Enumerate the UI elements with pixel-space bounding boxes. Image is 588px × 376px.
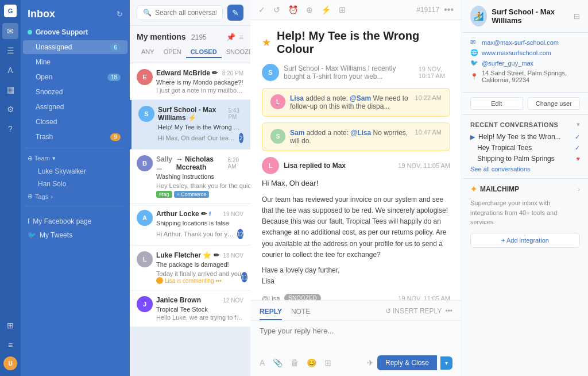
reports-nav-icon[interactable]: ▦ [2, 82, 18, 98]
inbox-nav-icon[interactable]: ✉ [2, 23, 18, 39]
recent-item-2[interactable]: Hey Tropical Tees ✓ [470, 144, 580, 152]
conv-content-6: Janice Brown 12 NOV Tropical Tee Stock H… [156, 296, 243, 321]
conv-item-1[interactable]: E Edward McBride ✏ 8:20 PM Where is my M… [130, 63, 250, 100]
contact-email[interactable]: max@max-surf-school.com [482, 39, 559, 46]
groove-support-item[interactable]: Groove Support [21, 25, 130, 40]
note-1: L Lisa added a note: @Sam We need to fol… [262, 88, 450, 117]
conv-toolbar: ✓ ↺ ⏰ ⊕ ⚡ ⊞ #19117 ••• [250, 0, 462, 20]
more-button[interactable]: ••• [444, 5, 454, 15]
see-all-link[interactable]: See all conversations [470, 166, 580, 172]
recent-item-1[interactable]: ▶ Help! My Tee is the Wron... ✓ [470, 133, 580, 141]
send-icon[interactable]: ✈ [367, 358, 374, 367]
reply-tab-note[interactable]: NOTE [291, 305, 310, 320]
refresh-icon[interactable]: ↻ [117, 10, 123, 18]
integration-chevron[interactable]: › [578, 186, 580, 193]
nav-item-unassigned[interactable]: Unassigned 6 [23, 40, 127, 54]
reply-tab-reply[interactable]: REPLY [260, 305, 282, 320]
change-user-button[interactable]: Change user [528, 97, 581, 110]
check-icon[interactable]: ✓ [258, 5, 265, 14]
nav-label-snoozed: Snoozed [36, 88, 63, 96]
reply-more[interactable]: ••• [445, 307, 452, 315]
help-nav-icon[interactable]: ? [2, 121, 18, 137]
nav-item-tweets[interactable]: 🐦 My Tweets [28, 228, 123, 242]
tags-label: Tags [35, 193, 48, 200]
grid-nav-icon[interactable]: ⊞ [2, 317, 18, 333]
attach-icon[interactable]: 📎 [273, 358, 283, 367]
nav-item-han[interactable]: Han Solo [21, 178, 130, 190]
note-1-text: Lisa added a note: @Sam We need to follo… [290, 94, 411, 110]
nav-divider-1 [25, 148, 125, 148]
insert-reply-btn[interactable]: ↺ INSERT REPLY [385, 307, 442, 315]
conv-preview-2: Hi Max, Oh dear! Our team has reviewed y… [158, 135, 239, 141]
conv-badge-2: 2 [239, 133, 243, 143]
orig-msg-time: 19 NOV, 10:17 AM [419, 66, 450, 79]
list-nav-icon[interactable]: ≡ [2, 337, 18, 353]
assign-icon[interactable]: ⊕ [306, 5, 313, 14]
nav-label-trash: Trash [36, 133, 53, 141]
right-panel: 🏄 Surf School - Max Williams ⊟ ✉ max@max… [462, 0, 588, 376]
conv-avatar-5: L [137, 251, 153, 267]
add-integration-button[interactable]: + Add integration [470, 233, 580, 248]
ticket-number: #19117 [416, 6, 439, 14]
nav-item-open[interactable]: Open 18 [23, 70, 127, 84]
nav-item-trash[interactable]: Trash 9 [23, 130, 127, 144]
clock-icon[interactable]: ⏰ [288, 5, 298, 14]
edit-button[interactable]: Edit [470, 97, 523, 110]
nav-item-luke[interactable]: Luke Skywalker [21, 165, 130, 178]
reply-close-button[interactable]: Reply & Close [377, 355, 437, 370]
contact-website[interactable]: www.maxsurfschool.com [482, 49, 551, 56]
conv-time-6: 12 NOV [223, 297, 243, 304]
nav-tags[interactable]: ⊕ Tags › [21, 190, 130, 202]
refresh-icon[interactable]: ↺ [273, 5, 280, 14]
users-nav-icon[interactable]: A [2, 62, 18, 78]
search-input[interactable] [155, 9, 216, 17]
conv-item-5[interactable]: L Luke Fletcher ⭐ ✏ 18 NOV The package i… [130, 245, 250, 290]
app-wrapper: Inbox ↻ Groove Support Unassigned 6 Mine… [21, 0, 588, 376]
list-view-icon[interactable]: ≡ [239, 33, 243, 41]
online-dot [28, 30, 32, 34]
filter-tab-any[interactable]: ANY [137, 47, 159, 58]
conv-tags-3: Hey Lesley, thank you for the quick rep.… [156, 182, 250, 198]
conv-item-5-wrap: L Luke Fletcher ⭐ ✏ 18 NOV The package i… [137, 251, 243, 284]
nav-label-closed: Closed [36, 118, 57, 126]
conv-avatar-3: B [137, 155, 153, 171]
nav-item-closed[interactable]: Closed [23, 115, 127, 129]
reply-sender: Lisa replied to Max [284, 162, 346, 170]
nav-item-facebook[interactable]: f My Facebook page [28, 214, 123, 228]
nav-item-mine[interactable]: Mine [23, 55, 127, 69]
contact-twitter-row: 🐦 @surfer_guy_max [470, 59, 580, 67]
nav-item-snoozed[interactable]: Snoozed [23, 85, 127, 99]
compose-button[interactable]: ✎ [227, 5, 243, 21]
reply-textarea[interactable] [260, 327, 452, 344]
app-logo[interactable]: G [4, 5, 17, 17]
star-icon[interactable]: ★ [262, 36, 271, 49]
filter-icon[interactable]: ⚡ [321, 5, 331, 14]
user-avatar[interactable]: U [3, 356, 17, 370]
contact-twitter[interactable]: @surfer_guy_max [482, 60, 533, 67]
conv-item-tags-3: #tag + Commerce [156, 191, 250, 198]
conv-header-5: Luke Fletcher ⭐ ✏ 18 NOV [156, 251, 243, 259]
format-text-icon[interactable]: A [260, 358, 265, 367]
recent-chevron[interactable]: ▾ [577, 121, 580, 128]
reply-close-dropdown[interactable]: ▾ [440, 356, 452, 370]
recent-item-3[interactable]: Shipping to Palm Springs ♥ [470, 155, 580, 163]
settings-nav-icon[interactable]: ⚙ [2, 101, 18, 117]
conv-item-6[interactable]: J Janice Brown 12 NOV Tropical Tee Stock… [130, 290, 250, 327]
tags-chevron: › [51, 193, 53, 200]
conv-item-4[interactable]: A Arthur Locke ✏ f 19 NOV Shipping locat… [130, 204, 250, 245]
pin-icon[interactable]: 📌 [226, 33, 235, 41]
apps-icon[interactable]: ⊞ [339, 5, 346, 14]
filter-tab-closed[interactable]: CLOSED [186, 47, 222, 58]
table-icon[interactable]: ⊞ [324, 358, 331, 367]
conv-item-2[interactable]: S Surf School - Max Williams ⚡ 5:43 PM H… [130, 100, 250, 149]
conv-item-3[interactable]: B Sally ... → Nicholas Mccreath 8:20 AM … [130, 149, 250, 204]
right-panel-close-icon[interactable]: ⊟ [574, 12, 580, 21]
menu-nav-icon[interactable]: ☰ [2, 43, 18, 59]
emoji-icon[interactable]: 😊 [307, 358, 316, 367]
nav-team-section[interactable]: ⊕ Team ▾ [21, 152, 130, 165]
nav-item-assigned[interactable]: Assigned [23, 100, 127, 114]
filter-tab-open[interactable]: OPEN [159, 47, 186, 58]
delete-icon[interactable]: 🗑 [291, 358, 299, 367]
search-input-wrap[interactable]: 🔍 [137, 5, 223, 20]
conv-time-2: 5:43 PM [228, 108, 243, 120]
